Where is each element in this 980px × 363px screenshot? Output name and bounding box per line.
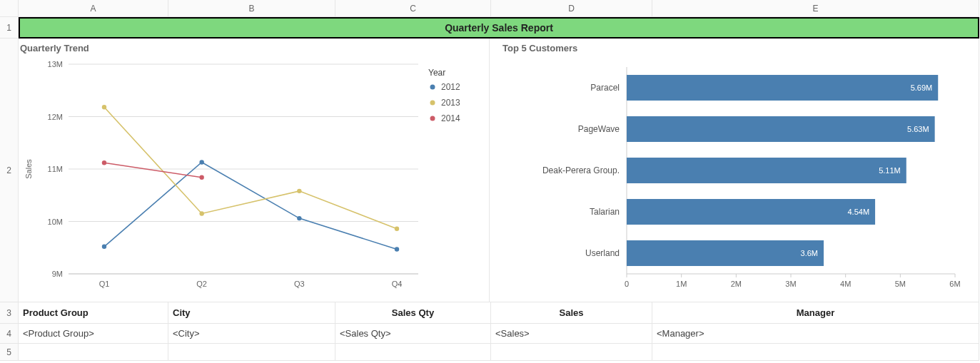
svg-text:Talarian: Talarian <box>590 207 620 217</box>
chart-title-customers: Top 5 Customers <box>501 39 579 53</box>
report-title: Quarterly Sales Report <box>445 22 553 34</box>
col-header-E[interactable]: E <box>652 0 979 17</box>
svg-rect-61 <box>627 240 824 266</box>
col-header-C[interactable]: C <box>335 0 491 17</box>
spreadsheet-grid[interactable]: A B C D E 1 Quarterly Sales Report 2 Qua… <box>0 0 980 361</box>
empty-cell[interactable] <box>652 344 979 361</box>
col-header-A[interactable]: A <box>19 0 168 17</box>
svg-text:2013: 2013 <box>441 98 460 108</box>
svg-point-17 <box>199 160 203 164</box>
svg-text:1M: 1M <box>676 280 687 288</box>
svg-point-22 <box>297 189 301 193</box>
svg-text:PageWave: PageWave <box>578 124 620 134</box>
svg-text:2M: 2M <box>731 280 742 288</box>
hdr-product-group[interactable]: Product Group <box>19 302 168 323</box>
ph-city[interactable]: <City> <box>168 324 335 343</box>
svg-text:9M: 9M <box>52 270 63 278</box>
svg-text:Q3: Q3 <box>294 280 305 288</box>
svg-point-19 <box>395 247 399 251</box>
svg-text:3M: 3M <box>785 280 796 288</box>
empty-cell[interactable] <box>168 344 335 361</box>
svg-text:Q1: Q1 <box>99 280 110 288</box>
svg-rect-58 <box>627 199 875 225</box>
svg-text:Year: Year <box>428 68 445 78</box>
chart-title-trend: Quarterly Trend <box>19 39 91 53</box>
svg-text:Sales: Sales <box>24 159 33 179</box>
svg-point-16 <box>102 245 106 249</box>
empty-cell[interactable] <box>491 344 652 361</box>
hdr-sales-qty[interactable]: Sales Qty <box>335 302 490 323</box>
svg-text:5M: 5M <box>895 280 906 288</box>
row-header-1[interactable]: 1 <box>0 17 19 39</box>
svg-text:2012: 2012 <box>441 82 460 92</box>
svg-text:Deak-Perera Group.: Deak-Perera Group. <box>542 165 620 175</box>
svg-point-23 <box>395 227 399 231</box>
svg-rect-52 <box>627 116 935 142</box>
svg-text:3.6M: 3.6M <box>801 249 818 257</box>
svg-text:10M: 10M <box>48 218 63 226</box>
svg-text:12M: 12M <box>48 113 63 121</box>
empty-cell[interactable] <box>335 344 491 361</box>
svg-text:0: 0 <box>625 280 629 288</box>
svg-text:4.54M: 4.54M <box>847 208 869 216</box>
svg-point-31 <box>430 116 435 121</box>
line-chart-svg: 9M10M11M12M13MQ1Q2Q3Q4SalesYear201220132… <box>19 39 490 302</box>
svg-point-18 <box>297 216 301 220</box>
svg-text:5.69M: 5.69M <box>911 83 933 92</box>
col-header-B[interactable]: B <box>168 0 335 17</box>
svg-text:13M: 13M <box>48 60 63 68</box>
ph-sales-qty[interactable]: <Sales Qty> <box>335 324 490 343</box>
bar-chart-svg: 01M2M3M4M5M6MParacel5.69MPageWave5.63MDe… <box>491 39 976 302</box>
svg-point-21 <box>199 211 203 215</box>
hdr-sales[interactable]: Sales <box>491 302 652 323</box>
sheet-corner[interactable] <box>0 0 19 17</box>
hdr-manager[interactable]: Manager <box>652 302 979 323</box>
top-customers-chart[interactable]: Top 5 Customers 01M2M3M4M5M6MParacel5.69… <box>491 39 979 302</box>
svg-text:Paracel: Paracel <box>590 83 620 93</box>
row-header-4[interactable]: 4 <box>0 324 19 344</box>
svg-text:4M: 4M <box>840 280 851 288</box>
hdr-city[interactable]: City <box>168 302 335 323</box>
row-header-3[interactable]: 3 <box>0 302 19 324</box>
svg-rect-55 <box>627 158 906 183</box>
svg-text:11M: 11M <box>48 165 63 173</box>
svg-point-25 <box>199 175 203 180</box>
svg-text:6M: 6M <box>949 280 960 288</box>
svg-point-20 <box>102 105 106 109</box>
row-header-2[interactable]: 2 <box>0 39 19 302</box>
svg-point-29 <box>430 101 435 106</box>
svg-point-27 <box>430 85 435 90</box>
report-title-cell[interactable]: Quarterly Sales Report <box>19 17 979 39</box>
ph-sales[interactable]: <Sales> <box>491 324 652 343</box>
svg-rect-49 <box>627 75 938 101</box>
row-header-5[interactable]: 5 <box>0 344 19 361</box>
empty-cell[interactable] <box>19 344 168 361</box>
svg-text:5.11M: 5.11M <box>879 166 901 175</box>
svg-text:5.63M: 5.63M <box>907 125 929 133</box>
svg-text:2014: 2014 <box>441 113 460 123</box>
ph-product-group[interactable]: <Product Group> <box>19 324 168 343</box>
quarterly-trend-chart[interactable]: Quarterly Trend 9M10M11M12M13MQ1Q2Q3Q4Sa… <box>19 39 490 302</box>
ph-manager[interactable]: <Manager> <box>652 324 979 343</box>
svg-text:Q2: Q2 <box>196 280 207 288</box>
col-header-D[interactable]: D <box>491 0 652 17</box>
svg-text:Q4: Q4 <box>392 280 403 288</box>
svg-text:Userland: Userland <box>585 248 620 258</box>
svg-point-24 <box>102 160 106 165</box>
